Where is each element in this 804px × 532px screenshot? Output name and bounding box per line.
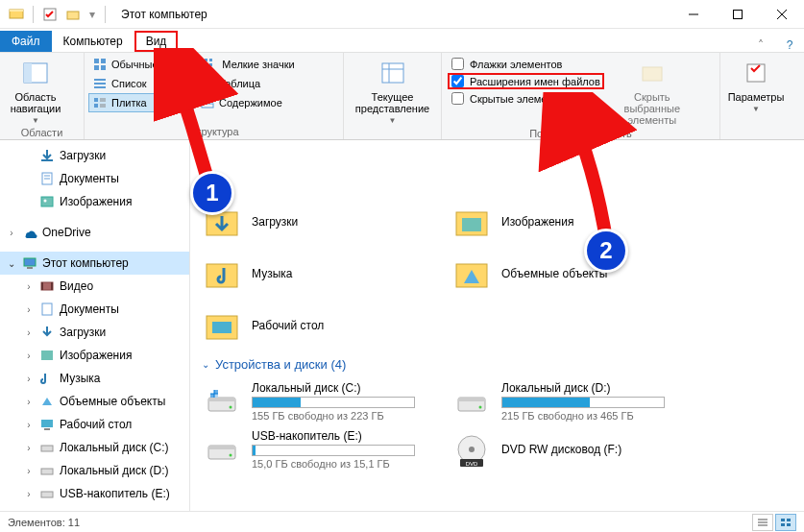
desktop-icon [38, 416, 56, 433]
ribbon-collapse-icon[interactable]: ˄ [746, 38, 775, 52]
collapse-icon[interactable]: ⌄ [6, 257, 17, 269]
tab-file[interactable]: Файл [0, 31, 52, 52]
svg-rect-9 [101, 59, 106, 63]
folder-tile-desktop[interactable]: Рабочий стол [198, 300, 448, 351]
nav-drive-e[interactable]: ›USB-накопитель (E:) [0, 482, 189, 505]
layout-large-icons[interactable]: Обычные значки [88, 55, 197, 74]
status-bar: Элементов: 11 [0, 511, 804, 532]
current-view-button[interactable]: Текущее представление ▼ [348, 55, 437, 125]
folder-tile-pictures[interactable]: Изображения [448, 196, 697, 248]
folder-tile-music[interactable]: Музыка [198, 248, 448, 300]
checkbox-item-checkboxes[interactable]: Флажки элементов [448, 57, 604, 71]
nav-this-pc[interactable]: ⌄Этот компьютер [0, 252, 189, 275]
nav-drive-d[interactable]: ›Локальный диск (D:) [0, 459, 189, 482]
folder-downloads-icon [202, 202, 242, 242]
folder-tile-downloads[interactable]: Загрузки [198, 196, 448, 248]
checkbox-hidden-items[interactable]: Скрытые элементы [448, 91, 604, 106]
ribbon-tabs: Файл Компьютер Вид ˄ ? [0, 29, 804, 52]
folder-desktop-icon [202, 305, 242, 346]
svg-rect-66 [215, 395, 219, 399]
svg-rect-10 [94, 65, 99, 70]
layout-small-icons[interactable]: Мелкие значки [199, 55, 305, 74]
drive-icon [38, 439, 56, 456]
folder-music-icon [202, 254, 242, 294]
drive-tile[interactable]: Локальный диск (D:) 215 ГБ свободно из 4… [448, 377, 697, 425]
qat-dropdown-icon[interactable]: ▾ [85, 4, 99, 25]
help-icon[interactable]: ? [775, 38, 804, 52]
drive-tile[interactable]: Локальный диск (C:) 155 ГБ свободно из 2… [198, 377, 448, 425]
app-icon [6, 4, 27, 25]
tab-view[interactable]: Вид [134, 31, 179, 52]
navigation-pane-label: Область навигации [4, 91, 67, 114]
documents-icon [38, 301, 56, 318]
layout-table[interactable]: Таблица [196, 74, 302, 93]
usb-drive-icon [38, 485, 56, 502]
svg-rect-39 [41, 197, 53, 206]
drive-name: USB-накопитель (E:) [252, 429, 425, 443]
view-mode-details[interactable] [752, 514, 773, 531]
drive-capacity-bar [501, 397, 665, 408]
nav-pictures2[interactable]: ›Изображения [0, 344, 189, 367]
layout-tiles[interactable]: Плитка [88, 93, 194, 112]
svg-rect-49 [44, 428, 50, 430]
nav-onedrive[interactable]: ›OneDrive [0, 221, 189, 244]
drive-tile[interactable]: DVD DVD RW дисковод (F:) [448, 425, 697, 473]
layout-content[interactable]: Содержимое [196, 93, 302, 112]
svg-rect-8 [94, 59, 99, 63]
nav-video[interactable]: ›Видео [0, 275, 189, 298]
svg-rect-82 [787, 519, 791, 521]
nav-downloads2[interactable]: ›Загрузки [0, 321, 189, 344]
content-icon [200, 95, 215, 110]
maximize-button[interactable] [716, 0, 760, 29]
options-button[interactable]: Параметры ▼ [724, 55, 788, 124]
svg-text:DVD: DVD [466, 461, 478, 467]
svg-rect-15 [209, 63, 212, 66]
drive-tile[interactable]: USB-накопитель (E:) 15,0 ГБ свободно из … [198, 425, 448, 473]
hide-selected-button[interactable]: Скрыть выбранные элементы [606, 55, 698, 126]
content-area[interactable]: Загрузки Изображения Музыка Объемные объ… [190, 140, 804, 511]
svg-rect-41 [24, 258, 36, 266]
drive-capacity-bar [252, 445, 415, 456]
svg-rect-63 [210, 390, 214, 394]
nav-documents[interactable]: Документы [0, 167, 189, 190]
nav-music[interactable]: ›Музыка [0, 367, 189, 390]
nav-volumes[interactable]: ›Объемные объекты [0, 390, 189, 413]
layout-list[interactable]: Список [88, 74, 194, 93]
hard-drive-icon [202, 381, 242, 422]
drive-name: DVD RW дисковод (F:) [501, 443, 674, 456]
drive-name: Локальный диск (C:) [252, 381, 425, 395]
nav-pictures[interactable]: Изображения [0, 190, 189, 213]
svg-rect-45 [51, 282, 53, 290]
minimize-button[interactable] [671, 0, 716, 29]
close-button[interactable] [760, 0, 804, 29]
this-pc-icon [21, 254, 38, 272]
navigation-tree[interactable]: Загрузки Документы Изображения ›OneDrive… [0, 140, 190, 511]
drive-name: Локальный диск (D:) [501, 381, 674, 395]
list-icon [92, 76, 108, 91]
svg-rect-48 [41, 420, 53, 427]
dvd-drive-icon: DVD [451, 429, 492, 470]
qat-newfolder-icon[interactable] [62, 4, 84, 25]
svg-rect-47 [41, 351, 53, 360]
hard-drive-icon [451, 381, 492, 422]
svg-rect-28 [202, 98, 213, 102]
tab-computer[interactable]: Компьютер [52, 31, 134, 52]
drives-section-header[interactable]: ⌄ Устройства и диски (4) [198, 351, 804, 377]
downloads-icon [38, 324, 56, 341]
nav-documents2[interactable]: ›Документы [0, 298, 189, 321]
group-label-showhide: Показать или скрыть [446, 126, 716, 141]
nav-drive-c[interactable]: ›Локальный диск (C:) [0, 436, 189, 459]
svg-rect-52 [41, 492, 53, 497]
music-icon [38, 370, 56, 387]
checkbox-file-extensions[interactable]: Расширения имен файлов [448, 73, 604, 89]
navigation-pane-button[interactable]: Область навигации ▼ [4, 55, 67, 125]
group-label-layout: Структура [88, 124, 339, 139]
nav-desktop[interactable]: ›Рабочий стол [0, 413, 189, 436]
folder-tile-volumes[interactable]: Объемные объекты [448, 248, 697, 300]
qat-properties-icon[interactable] [39, 4, 61, 25]
navigation-pane-icon [20, 59, 51, 89]
pictures-icon [38, 193, 56, 210]
expand-icon[interactable]: › [6, 227, 17, 238]
view-mode-tiles[interactable] [775, 514, 796, 531]
nav-downloads[interactable]: Загрузки [0, 144, 189, 167]
